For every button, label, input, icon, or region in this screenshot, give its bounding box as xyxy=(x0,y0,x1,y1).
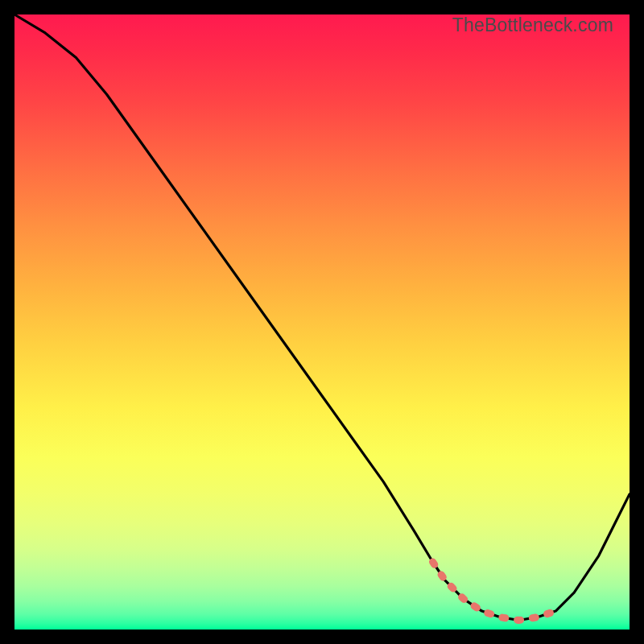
chart-frame: TheBottleneck.com xyxy=(0,0,644,644)
optimal-zone-dashes xyxy=(433,562,556,621)
chart-plot-area: TheBottleneck.com xyxy=(14,14,630,630)
bottleneck-curve-line xyxy=(14,14,630,621)
chart-svg xyxy=(14,14,630,630)
